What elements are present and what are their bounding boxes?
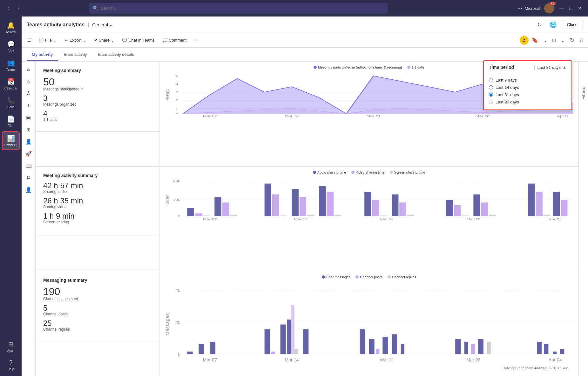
lpi-archive-button[interactable]: ▣ bbox=[24, 112, 34, 122]
refresh-icon-button[interactable]: ↻ bbox=[535, 20, 544, 30]
layout-button[interactable]: □ bbox=[551, 36, 558, 44]
comment-button[interactable]: 💭 Comment bbox=[159, 36, 190, 44]
time-period-chevron-icon[interactable]: ▲ bbox=[563, 65, 566, 69]
star-button[interactable]: ☆ bbox=[577, 36, 585, 44]
legend-posts-dot bbox=[355, 275, 359, 279]
search-bar[interactable]: 🔍 bbox=[89, 3, 388, 14]
lpi-add-button[interactable]: + bbox=[24, 100, 34, 110]
hamburger-menu-button[interactable]: ☰ bbox=[24, 36, 34, 44]
radio-31days[interactable] bbox=[489, 93, 493, 97]
general-dropdown-button[interactable]: General ⌄ bbox=[92, 22, 113, 27]
sidebar-item-label-teams: Teams bbox=[6, 68, 15, 71]
sidebar-item-activity[interactable]: 🔔 Activity bbox=[2, 19, 20, 36]
time-option-7days[interactable]: Last 7 days bbox=[489, 76, 566, 84]
svg-rect-31 bbox=[230, 214, 237, 216]
svg-rect-83 bbox=[382, 337, 388, 354]
svg-rect-28 bbox=[203, 215, 209, 216]
toolbar-refresh-button[interactable]: ↻ bbox=[568, 36, 576, 44]
lpi-book-button[interactable]: 📖 bbox=[24, 161, 34, 171]
svg-text:Minutes: Minutes bbox=[165, 195, 170, 204]
share-button[interactable]: ↗ Share ⌄ bbox=[91, 36, 118, 44]
svg-rect-54 bbox=[536, 192, 542, 216]
replies-label: Channel replies bbox=[43, 327, 152, 332]
export-button[interactable]: ↔ Export ⌄ bbox=[61, 36, 90, 44]
lpi-chart-button[interactable]: ⊞ bbox=[24, 124, 34, 135]
general-chevron-icon: ⌄ bbox=[109, 22, 113, 27]
legend-video: Video sharing time bbox=[351, 170, 385, 174]
filters-label[interactable]: Filters bbox=[581, 87, 586, 100]
lpi-star-button[interactable]: ☆ bbox=[24, 76, 34, 86]
minimize-button[interactable]: — bbox=[557, 4, 566, 12]
sidebar-item-chat[interactable]: 💬 Chat bbox=[2, 38, 20, 55]
sidebar-item-teams[interactable]: 👥 Teams bbox=[2, 56, 20, 74]
file-button[interactable]: 📄 File ⌄ bbox=[36, 36, 60, 44]
svg-rect-91 bbox=[537, 342, 542, 354]
lpi-people-button[interactable]: 👤 bbox=[24, 136, 34, 147]
messaging-chart-svg: 40 20 0 Messages bbox=[165, 280, 573, 364]
radio-90days[interactable] bbox=[489, 100, 493, 104]
export-label: Export bbox=[70, 38, 82, 43]
window-close-button[interactable]: ✕ bbox=[575, 4, 584, 12]
tab-team-activity-details[interactable]: Team activity details bbox=[92, 48, 139, 61]
lpi-home-button[interactable]: ⌂ bbox=[24, 64, 34, 74]
search-input[interactable] bbox=[101, 6, 384, 11]
sidebar-item-calendar[interactable]: 📅 Calendar bbox=[2, 75, 20, 93]
sidebar-item-help[interactable]: ? Help bbox=[2, 356, 20, 373]
messaging-title: Messaging summary bbox=[43, 278, 152, 283]
radio-7days[interactable] bbox=[489, 78, 493, 82]
posts-count: 5 bbox=[43, 304, 152, 312]
legend-replies-dot bbox=[388, 275, 391, 279]
time-option-90days[interactable]: Last 90 days bbox=[489, 98, 566, 106]
tab-team-activity[interactable]: Team activity bbox=[58, 48, 92, 61]
more-button[interactable]: ··· bbox=[517, 5, 522, 12]
label-14days: Last 14 days bbox=[496, 85, 519, 90]
bookmark-button[interactable]: 🔖 bbox=[530, 36, 540, 44]
nav-back-button[interactable]: ‹ bbox=[4, 4, 13, 13]
sidebar-item-calls[interactable]: 📞 Calls bbox=[2, 94, 20, 111]
tab-my-activity[interactable]: My activity bbox=[27, 48, 58, 61]
sidebar-item-label-calendar: Calendar bbox=[4, 87, 17, 90]
replies-count: 25 bbox=[43, 320, 152, 327]
close-button[interactable]: Close bbox=[562, 20, 583, 29]
more-options-button[interactable]: ··· bbox=[191, 36, 201, 44]
audio-time: 42 h 57 min bbox=[43, 182, 152, 189]
time-option-14days[interactable]: Last 14 days bbox=[489, 84, 566, 91]
legend-audio: Audio sharing time bbox=[313, 170, 346, 174]
svg-rect-77 bbox=[291, 305, 294, 354]
search-icon: 🔍 bbox=[93, 6, 98, 11]
legend-audio-label: Audio sharing time bbox=[317, 170, 346, 174]
sidebar-item-files[interactable]: 📄 Files bbox=[2, 113, 20, 130]
sidebar-item-apps[interactable]: ⊞ Apps bbox=[2, 338, 20, 355]
svg-rect-94 bbox=[560, 349, 564, 354]
restore-button[interactable]: □ bbox=[567, 4, 575, 12]
layout-chevron-button[interactable]: ⌄ bbox=[559, 36, 567, 44]
svg-text:0: 0 bbox=[178, 352, 180, 357]
legend-meetings-label: Meetings participated in (adhoc, one tim… bbox=[318, 65, 402, 69]
activity-icon: 🔔 bbox=[7, 22, 15, 29]
svg-rect-27 bbox=[195, 213, 202, 216]
export-chevron-icon: ⌄ bbox=[83, 38, 86, 43]
chat-count: 190 bbox=[43, 287, 152, 297]
legend-screen: Screen sharing time bbox=[390, 170, 425, 174]
svg-text:200: 200 bbox=[173, 179, 180, 182]
legend-screen-label: Screen sharing time bbox=[394, 170, 425, 174]
svg-text:Mar 21: Mar 21 bbox=[380, 357, 394, 363]
lpi-clock-button[interactable]: ⏱ bbox=[24, 88, 34, 98]
radio-14days[interactable] bbox=[489, 85, 493, 89]
nav-forward-button[interactable]: › bbox=[14, 4, 23, 13]
lpi-person-button[interactable]: 👤 bbox=[24, 185, 34, 195]
lpi-monitor-button[interactable]: 🖥 bbox=[24, 173, 34, 183]
comment-label: Comment bbox=[169, 38, 186, 43]
bookmark-chevron-button[interactable]: ⌄ bbox=[541, 36, 549, 44]
undo-circle-button[interactable]: ↺ bbox=[520, 36, 529, 45]
sidebar-item-powerbi[interactable]: 📊 Power BI bbox=[2, 131, 20, 150]
time-option-31days[interactable]: Last 31 days bbox=[489, 91, 566, 98]
filters-panel[interactable]: Filters bbox=[578, 62, 588, 376]
meeting-activity-chart: Audio sharing time Video sharing time Sc… bbox=[159, 167, 578, 271]
lpi-rocket-button[interactable]: 🚀 bbox=[24, 148, 34, 159]
legend-audio-dot bbox=[313, 171, 316, 174]
globe-icon-button[interactable]: 🌐 bbox=[547, 20, 559, 30]
chat-in-teams-button[interactable]: 💬 Chat in Teams bbox=[119, 36, 158, 44]
posts-label: Channel posts bbox=[43, 312, 152, 316]
meeting-activity-stats: Meeting activity summary 42 h 57 min Sha… bbox=[36, 167, 159, 271]
